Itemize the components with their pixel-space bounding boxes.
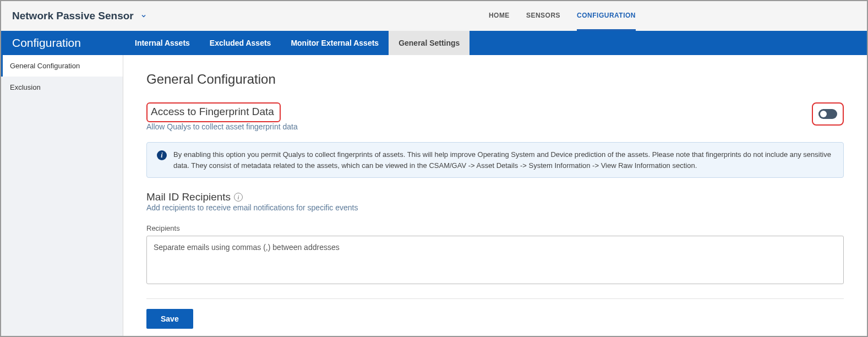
toggle-knob [820,111,827,117]
fingerprint-toggle-highlight [812,102,844,126]
mail-heading-row: Mail ID Recipients i [146,191,844,203]
nav-configuration[interactable]: CONFIGURATION [577,2,636,31]
body-wrap: General Configuration Exclusion General … [1,55,867,336]
sidebar-item-exclusion[interactable]: Exclusion [1,77,123,98]
info-icon: i [157,150,167,160]
app-selector[interactable]: Network Passive Sensor [12,10,147,22]
content: General Configuration Access to Fingerpr… [123,55,867,336]
save-button[interactable]: Save [146,309,193,329]
fingerprint-heading: Access to Fingerprint Data [151,106,274,117]
fingerprint-heading-highlight: Access to Fingerprint Data [146,102,281,122]
tab-internal-assets[interactable]: Internal Assets [125,31,200,55]
mail-heading: Mail ID Recipients [146,191,231,203]
info-text: By enabling this option you permit Qualy… [173,149,833,171]
tab-monitor-external[interactable]: Monitor External Assets [281,31,389,55]
app-title: Network Passive Sensor [12,10,134,22]
tab-excluded-assets[interactable]: Excluded Assets [200,31,281,55]
info-box: i By enabling this option you permit Qua… [146,142,844,178]
chevron-down-icon [140,13,147,19]
fingerprint-heading-wrap: Access to Fingerprint Data Allow Qualys … [146,102,298,139]
content-title: General Configuration [146,72,844,87]
nav-home[interactable]: HOME [489,2,510,31]
top-nav: HOME SENSORS CONFIGURATION [489,2,636,31]
blue-header: Configuration Internal Assets Excluded A… [1,31,867,55]
sidebar-item-general-configuration[interactable]: General Configuration [1,55,123,77]
mail-subtext: Add recipients to receive email notifica… [146,203,844,212]
top-header: Network Passive Sensor HOME SENSORS CONF… [1,1,867,31]
recipients-label: Recipients [146,224,844,232]
fingerprint-subtext: Allow Qualys to collect asset fingerprin… [146,122,298,131]
page-heading: Configuration [1,36,125,50]
tab-general-settings[interactable]: General Settings [389,31,470,55]
help-icon[interactable]: i [234,193,243,202]
fingerprint-header-row: Access to Fingerprint Data Allow Qualys … [146,102,844,139]
nav-sensors[interactable]: SENSORS [526,2,560,31]
divider [146,298,844,299]
sidebar: General Configuration Exclusion [1,55,123,336]
recipients-input[interactable] [146,236,844,284]
sub-nav: Internal Assets Excluded Assets Monitor … [125,31,470,55]
fingerprint-toggle[interactable] [818,109,837,119]
